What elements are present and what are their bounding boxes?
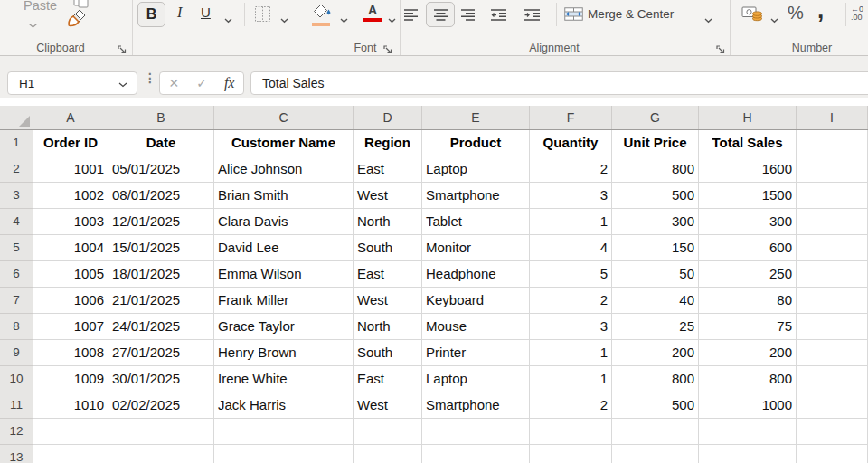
column-header[interactable]: H	[699, 106, 797, 129]
cell[interactable]: 1008	[33, 340, 108, 366]
cell[interactable]: 2	[530, 392, 612, 419]
cell[interactable]	[422, 445, 530, 463]
cell[interactable]: 800	[699, 366, 797, 392]
cell[interactable]: Printer	[422, 340, 530, 366]
column-header[interactable]: I	[797, 106, 868, 129]
cell[interactable]: 1004	[33, 235, 108, 261]
alignment-dialog-launcher-icon[interactable]	[716, 43, 727, 53]
cell[interactable]: 18/01/2025	[108, 261, 214, 288]
row-header[interactable]: 8	[0, 314, 33, 340]
cell[interactable]	[33, 445, 108, 463]
underline-button[interactable]: U	[201, 5, 211, 20]
cell[interactable]: 40	[612, 288, 699, 314]
cell[interactable]: Customer Name	[214, 130, 354, 156]
cell[interactable]	[797, 235, 868, 261]
cell[interactable]: Alice Johnson	[214, 156, 354, 183]
cell[interactable]	[797, 209, 868, 235]
cell[interactable]: 200	[699, 340, 797, 366]
column-header[interactable]: G	[612, 106, 699, 129]
cell[interactable]: 1	[530, 366, 612, 392]
row-header[interactable]: 1	[0, 130, 33, 156]
cell[interactable]: Total Sales	[699, 130, 797, 156]
row-header[interactable]: 3	[0, 183, 33, 209]
cell[interactable]: Mouse	[422, 314, 530, 340]
cell[interactable]	[797, 261, 868, 288]
cell[interactable]: 1002	[33, 183, 108, 209]
row-header[interactable]: 6	[0, 261, 33, 288]
cell[interactable]: 500	[612, 183, 699, 209]
cell[interactable]: Brian Smith	[214, 183, 354, 209]
cell[interactable]: Order ID	[33, 130, 108, 156]
cell[interactable]: 1500	[699, 183, 797, 209]
cell[interactable]: Tablet	[422, 209, 530, 235]
cell[interactable]: 25	[612, 314, 699, 340]
formula-input[interactable]: Total Sales	[250, 71, 868, 95]
cell[interactable]: Irene White	[214, 366, 354, 392]
row-header[interactable]: 12	[0, 419, 33, 445]
cell[interactable]	[797, 340, 868, 366]
cell[interactable]: 21/01/2025	[108, 288, 214, 314]
borders-dropdown-icon[interactable]	[280, 11, 288, 27]
cell[interactable]: Region	[354, 130, 422, 156]
align-right-icon[interactable]	[459, 8, 475, 24]
cell[interactable]: East	[354, 156, 422, 183]
cell[interactable]	[354, 419, 422, 445]
cell[interactable]: 08/01/2025	[108, 183, 214, 209]
percent-style-button[interactable]: %	[788, 3, 804, 24]
cell[interactable]: 2	[530, 156, 612, 183]
cell[interactable]	[797, 288, 868, 314]
fill-color-dropdown-icon[interactable]	[340, 11, 348, 27]
row-header[interactable]: 7	[0, 288, 33, 314]
cell[interactable]: Clara Davis	[214, 209, 354, 235]
cell[interactable]: Quantity	[530, 130, 612, 156]
cell[interactable]	[108, 419, 214, 445]
cell[interactable]: 15/01/2025	[108, 235, 214, 261]
cell[interactable]: 300	[699, 209, 797, 235]
cell[interactable]: 800	[612, 156, 699, 183]
cell[interactable]	[797, 314, 868, 340]
cell[interactable]	[354, 445, 422, 463]
column-header[interactable]: E	[422, 106, 530, 129]
cell[interactable]: 3	[530, 183, 612, 209]
cell[interactable]: 600	[699, 235, 797, 261]
cell[interactable]: 1007	[33, 314, 108, 340]
cell[interactable]: Grace Taylor	[214, 314, 354, 340]
cell[interactable]: Headphone	[422, 261, 530, 288]
paste-dropdown-icon[interactable]	[28, 16, 38, 33]
cell[interactable]: 80	[699, 288, 797, 314]
decrease-indent-icon[interactable]	[491, 8, 507, 24]
comma-style-button[interactable]: ,	[817, 0, 824, 24]
cell[interactable]: 4	[530, 235, 612, 261]
cell[interactable]	[530, 445, 612, 463]
cell[interactable]: Monitor	[422, 235, 530, 261]
row-header[interactable]: 9	[0, 340, 33, 366]
row-header[interactable]: 5	[0, 235, 33, 261]
cell[interactable]	[797, 156, 868, 183]
cell[interactable]: East	[354, 366, 422, 392]
name-box-dropdown-icon[interactable]	[118, 75, 137, 91]
cell[interactable]	[214, 445, 354, 463]
cell[interactable]: 1000	[699, 392, 797, 419]
font-color-dropdown-icon[interactable]	[388, 11, 396, 27]
cell[interactable]	[797, 445, 868, 463]
cell[interactable]: East	[354, 261, 422, 288]
cell[interactable]: 1	[530, 340, 612, 366]
cell[interactable]: Keyboard	[422, 288, 530, 314]
cell[interactable]: West	[354, 288, 422, 314]
cell[interactable]: 30/01/2025	[108, 366, 214, 392]
font-color-icon[interactable]: A	[363, 4, 382, 22]
cell[interactable]: Date	[108, 130, 214, 156]
cell[interactable]: Laptop	[422, 156, 530, 183]
cell[interactable]	[797, 130, 868, 156]
merge-center-icon[interactable]	[564, 7, 583, 24]
cell[interactable]: Product	[422, 130, 530, 156]
cell[interactable]: 1009	[33, 366, 108, 392]
cell[interactable]	[699, 419, 797, 445]
cell[interactable]: 02/02/2025	[108, 392, 214, 419]
increase-decimal-icon[interactable]: ←0 .00	[851, 5, 863, 22]
select-all-corner[interactable]	[0, 106, 33, 129]
cell[interactable]: North	[354, 314, 422, 340]
cell[interactable]	[797, 419, 868, 445]
align-left-icon[interactable]	[404, 8, 420, 24]
cell[interactable]: 250	[699, 261, 797, 288]
